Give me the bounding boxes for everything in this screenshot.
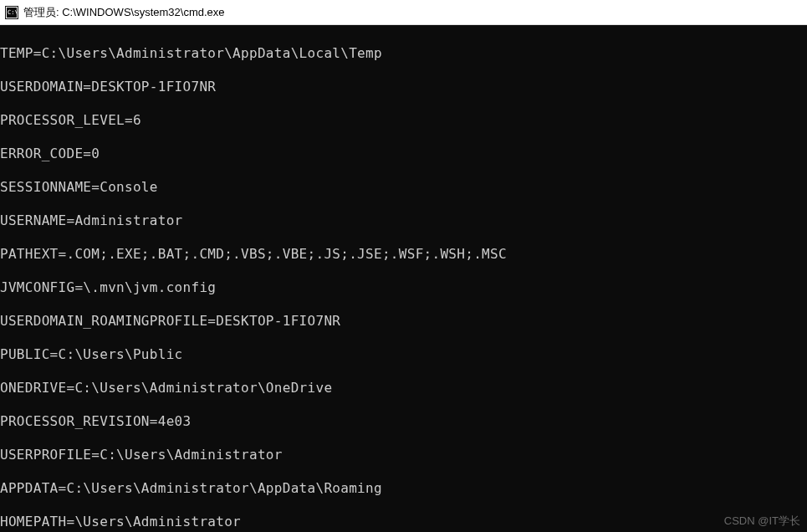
env-line: SESSIONNAME=Console (0, 179, 807, 196)
env-line: USERDOMAIN=DESKTOP-1FIO7NR (0, 79, 807, 95)
watermark: CSDN @IT学长 (724, 514, 800, 529)
window-titlebar[interactable]: C:\ 管理员: C:\WINDOWS\system32\cmd.exe (0, 0, 807, 25)
env-line: USERNAME=Administrator (0, 212, 807, 229)
env-line: PROCESSOR_REVISION=4e03 (0, 413, 807, 430)
env-line: JVMCONFIG=\.mvn\jvm.config (0, 279, 807, 296)
env-line: PROCESSOR_LEVEL=6 (0, 112, 807, 129)
env-line: HOMEPATH=\Users\Administrator (0, 514, 807, 530)
env-line: USERDOMAIN_ROAMINGPROFILE=DESKTOP-1FIO7N… (0, 313, 807, 330)
terminal-output[interactable]: TEMP=C:\Users\Administrator\AppData\Loca… (0, 25, 807, 532)
svg-text:C:\: C:\ (8, 9, 18, 16)
env-line: USERPROFILE=C:\Users\Administrator (0, 447, 807, 463)
env-line: ERROR_CODE=0 (0, 146, 807, 162)
env-line: ONEDRIVE=C:\Users\Administrator\OneDrive (0, 380, 807, 396)
env-line: PUBLIC=C:\Users\Public (0, 346, 807, 363)
window-title: 管理员: C:\WINDOWS\system32\cmd.exe (23, 5, 225, 20)
cmd-icon: C:\ (5, 6, 18, 19)
env-line: TEMP=C:\Users\Administrator\AppData\Loca… (0, 45, 807, 62)
env-line: APPDATA=C:\Users\Administrator\AppData\R… (0, 480, 807, 497)
env-line: PATHEXT=.COM;.EXE;.BAT;.CMD;.VBS;.VBE;.J… (0, 246, 807, 263)
